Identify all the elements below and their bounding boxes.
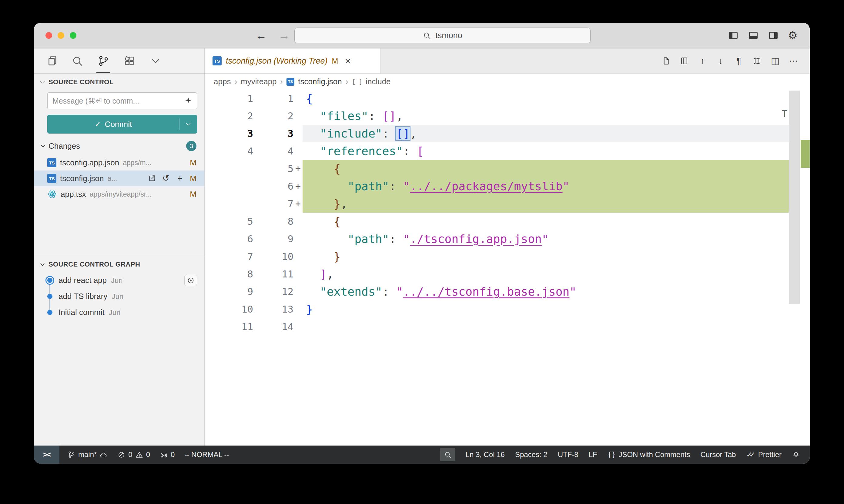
file-row[interactable]: TStsconfig.app.jsonapps/m...M (34, 155, 204, 170)
breadcrumb-file[interactable]: tsconfig.json (298, 77, 342, 86)
branch-status-item[interactable]: main* (67, 450, 108, 459)
breadcrumb-separator: › (346, 77, 348, 86)
code-line[interactable]: 6+ "path": "../../packages/mytslib" (205, 178, 789, 195)
commit-dot (47, 278, 52, 283)
encoding-text: UTF-8 (558, 450, 579, 459)
sparkle-icon[interactable] (184, 96, 193, 105)
commit-message-input[interactable] (47, 92, 197, 109)
added-line-marker (293, 107, 303, 125)
toggle-secondary-sidebar-icon[interactable] (768, 30, 779, 41)
notebook-icon[interactable] (679, 56, 689, 66)
language-mode-item[interactable]: {} JSON with Comments (607, 450, 690, 459)
more-views-chevron-icon[interactable] (142, 49, 169, 73)
source-control-header[interactable]: SOURCE CONTROL (34, 74, 204, 88)
notifications-item[interactable] (792, 451, 800, 459)
breadcrumb-symbol[interactable]: include (366, 77, 391, 86)
old-line-number: 9 (205, 283, 253, 301)
code-line[interactable]: 33 "include": [], (205, 125, 789, 142)
checkout-commit-icon[interactable] (184, 275, 197, 286)
old-line-number: 3 (205, 125, 253, 142)
code-line[interactable]: 710 } (205, 248, 789, 265)
split-editor-icon[interactable]: ◫ (770, 56, 780, 66)
code-line[interactable]: 1013} (205, 301, 789, 318)
stage-changes-icon[interactable]: + (175, 174, 184, 183)
settings-gear-icon[interactable]: ⚙ (788, 30, 798, 41)
eol-item[interactable]: LF (589, 450, 597, 459)
diff-editor[interactable]: 11{22 "files": [],33 "include": [],44 "r… (205, 90, 810, 446)
commit-dot (47, 294, 52, 299)
editor-actions: ↑ ↓ ¶ ◫ ⋯ (661, 49, 810, 73)
zoom-status-item[interactable] (440, 448, 455, 461)
code-text: }, (303, 195, 789, 213)
commit-row[interactable]: Initial commitJuri (34, 304, 204, 321)
code-line[interactable]: 7+ }, (205, 195, 789, 213)
added-line-marker (293, 283, 303, 301)
more-actions-icon[interactable]: ⋯ (789, 56, 798, 66)
open-file-icon[interactable] (147, 174, 156, 183)
new-line-number: 7 (253, 195, 293, 213)
code-line[interactable]: 44 "references": [ (205, 142, 789, 160)
file-row[interactable]: app.tsxapps/myviteapp/sr...M (34, 186, 204, 202)
changes-count-badge: 3 (186, 141, 196, 151)
code-line[interactable]: 22 "files": [], (205, 107, 789, 125)
vscode-window: ← → tsmono ⚙ (34, 23, 810, 464)
formatter-item[interactable]: ✓✓ Prettier (746, 450, 781, 459)
code-line[interactable]: 11{ (205, 90, 789, 107)
code-line[interactable]: 1114 (205, 318, 789, 336)
code-line[interactable]: 5+ { (205, 160, 789, 178)
changes-header[interactable]: Changes 3 (34, 139, 204, 154)
discard-changes-icon[interactable]: ↺ (161, 174, 170, 183)
command-center[interactable]: tsmono (294, 28, 590, 43)
commit-row[interactable]: add TS libraryJuri (34, 288, 204, 304)
forward-arrow-icon[interactable]: → (278, 29, 290, 42)
code-line[interactable]: 69 "path": "./tsconfig.app.json" (205, 230, 789, 248)
problems-status-item[interactable]: 0 0 (117, 450, 150, 459)
remote-icon: >< (43, 450, 50, 459)
extensions-icon[interactable] (116, 49, 142, 73)
cursor-tab-item[interactable]: Cursor Tab (700, 450, 736, 459)
explorer-icon[interactable] (38, 49, 64, 73)
remote-indicator[interactable]: >< (34, 446, 59, 464)
file-row[interactable]: TStsconfig.jsona...↺+M (34, 170, 204, 186)
tab-tsconfig-working-tree[interactable]: TS tsconfig.json (Working Tree) M × (205, 49, 380, 73)
source-control-title: SOURCE CONTROL (49, 78, 114, 86)
code-line[interactable]: 811 ], (205, 265, 789, 283)
open-changes-icon[interactable] (661, 56, 671, 66)
commit-author: Juri (111, 276, 123, 285)
graph-header[interactable]: SOURCE CONTROL GRAPH (34, 256, 204, 270)
map-icon[interactable] (752, 56, 762, 66)
back-arrow-icon[interactable]: ← (255, 29, 267, 42)
close-button[interactable] (46, 32, 52, 39)
code-line[interactable]: 912 "extends": "../../tsconfig.base.json… (205, 283, 789, 301)
close-tab-icon[interactable]: × (345, 56, 351, 66)
commit-button[interactable]: ✓ Commit (47, 115, 197, 133)
previous-change-icon[interactable]: ↑ (697, 56, 707, 66)
render-whitespace-icon[interactable]: ¶ (734, 56, 744, 66)
vim-mode-text: -- NORMAL -- (184, 450, 229, 459)
breadcrumb-apps[interactable]: apps (214, 77, 231, 86)
chevron-down-icon (39, 142, 47, 150)
toggle-primary-sidebar-icon[interactable] (728, 30, 739, 41)
next-change-icon[interactable]: ↓ (716, 56, 725, 66)
old-line-number: 10 (205, 301, 253, 318)
source-control-view-icon[interactable] (90, 49, 116, 73)
ports-status-item[interactable]: 0 (160, 450, 175, 459)
tab-bar: TS tsconfig.json (Working Tree) M × ↑ ↓ … (205, 49, 810, 74)
code-line[interactable]: 58 { (205, 213, 789, 230)
commit-dropdown-chevron[interactable] (179, 121, 197, 128)
cursor-position-item[interactable]: Ln 3, Col 16 (466, 450, 505, 459)
search-view-icon[interactable] (64, 49, 90, 73)
added-line-marker (293, 301, 303, 318)
encoding-item[interactable]: UTF-8 (558, 450, 579, 459)
indentation-item[interactable]: Spaces: 2 (515, 450, 548, 459)
breadcrumb-myviteapp[interactable]: myviteapp (241, 77, 277, 86)
code-text: "path": "./tsconfig.app.json" (303, 230, 789, 248)
old-line-number: 6 (205, 230, 253, 248)
commit-row[interactable]: add react appJuri (34, 272, 204, 288)
zoom-button[interactable] (70, 32, 76, 39)
toggle-panel-icon[interactable] (748, 30, 759, 41)
scrollbar-thumb[interactable] (789, 91, 800, 304)
minimize-button[interactable] (57, 32, 64, 39)
command-center-text: tsmono (435, 31, 462, 40)
activity-bar (34, 49, 204, 74)
